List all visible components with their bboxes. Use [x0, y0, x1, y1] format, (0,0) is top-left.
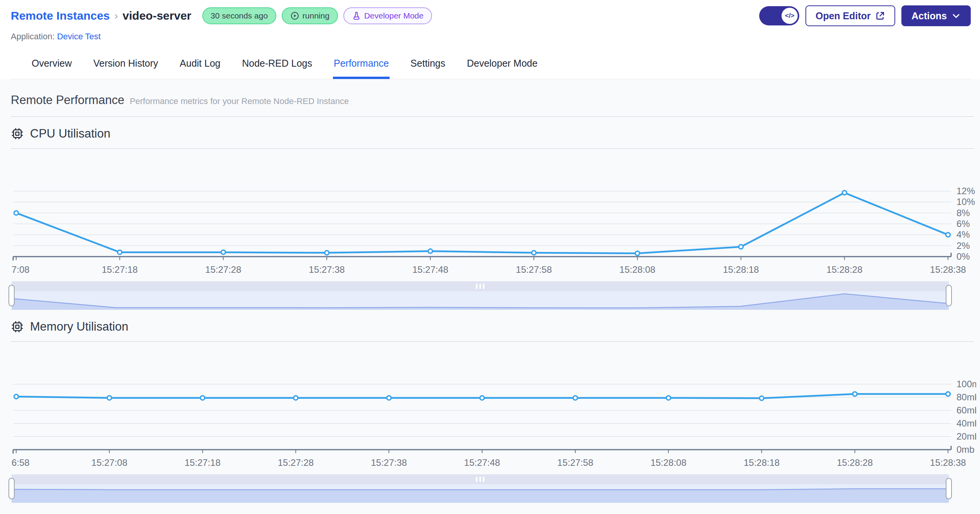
- memory-section-title: Memory Utilisation: [30, 320, 128, 334]
- tab-audit-log[interactable]: Audit Log: [179, 52, 221, 79]
- tab-node-red-logs[interactable]: Node-RED Logs: [241, 52, 313, 79]
- code-icon: </>: [782, 8, 798, 24]
- running-status-badge: running: [282, 7, 338, 24]
- svg-text:15:27:18: 15:27:18: [102, 264, 138, 275]
- memory-slider-right-handle[interactable]: [946, 478, 952, 499]
- cpu-slider-left-handle[interactable]: [8, 285, 15, 306]
- svg-text:15:27:28: 15:27:28: [205, 264, 241, 275]
- svg-text:80mb: 80mb: [956, 392, 976, 402]
- memory-slider-left-handle[interactable]: [8, 478, 15, 499]
- svg-text:15:28:38: 15:28:38: [930, 264, 966, 275]
- open-editor-button[interactable]: Open Editor: [805, 5, 895, 26]
- tab-settings[interactable]: Settings: [410, 52, 446, 79]
- application-row: Application: Device Test: [11, 32, 971, 42]
- cpu-slider-track[interactable]: [12, 281, 949, 291]
- svg-text:15:28:28: 15:28:28: [827, 264, 862, 275]
- svg-text:15:28:28: 15:28:28: [837, 457, 872, 468]
- tab-overview[interactable]: Overview: [31, 52, 72, 79]
- header: Remote Instances › video-server 30 secon…: [0, 0, 980, 79]
- cpu-section-title: CPU Utilisation: [30, 127, 110, 141]
- developer-mode-badge-label: Developer Mode: [364, 11, 424, 20]
- memory-chip-icon: [11, 320, 24, 333]
- page-subtitle: Performance metrics for your Remote Node…: [130, 96, 349, 106]
- instance-name: video-server: [123, 9, 191, 22]
- page-title: Remote Performance: [11, 93, 124, 107]
- external-link-icon: [875, 11, 885, 21]
- cpu-slider-grip[interactable]: [476, 284, 484, 289]
- svg-text:6%: 6%: [956, 218, 970, 229]
- svg-text:2%: 2%: [956, 240, 970, 251]
- actions-label: Actions: [911, 10, 947, 22]
- svg-text:15:27:38: 15:27:38: [371, 457, 407, 468]
- tab-bar: Overview Version History Audit Log Node-…: [11, 52, 971, 79]
- actions-button[interactable]: Actions: [901, 5, 971, 26]
- tab-performance[interactable]: Performance: [333, 52, 390, 79]
- svg-text:15:27:58: 15:27:58: [557, 457, 593, 468]
- svg-text:15:27:08: 15:27:08: [91, 457, 127, 468]
- application-link[interactable]: Device Test: [57, 32, 101, 41]
- cpu-slider-right-handle[interactable]: [946, 285, 952, 306]
- svg-text:6:58: 6:58: [12, 457, 30, 468]
- svg-text:7:08: 7:08: [12, 264, 30, 275]
- svg-text:15:27:58: 15:27:58: [516, 264, 552, 275]
- flask-icon: [352, 11, 361, 20]
- svg-text:15:28:18: 15:28:18: [744, 457, 780, 468]
- svg-text:8%: 8%: [956, 208, 970, 218]
- svg-text:40mb: 40mb: [956, 418, 976, 428]
- breadcrumb-remote-instances-link[interactable]: Remote Instances: [11, 9, 110, 22]
- memory-chart: 0mb20mb40mb60mb80mb100mb6:5815:27:0815:2…: [11, 342, 976, 474]
- memory-slider-track[interactable]: [12, 474, 949, 484]
- svg-text:0%: 0%: [956, 251, 970, 262]
- svg-text:10%: 10%: [956, 197, 975, 207]
- play-circle-icon: [290, 11, 299, 20]
- svg-text:0mb: 0mb: [956, 444, 975, 455]
- memory-section-header: Memory Utilisation: [11, 320, 974, 342]
- cpu-slider-minimap[interactable]: [12, 291, 949, 310]
- page: Remote Instances › video-server 30 secon…: [0, 0, 980, 514]
- memory-slider-grip[interactable]: [476, 477, 484, 482]
- svg-text:15:28:08: 15:28:08: [651, 457, 686, 468]
- memory-range-slider[interactable]: [12, 474, 949, 503]
- svg-text:15:27:18: 15:27:18: [185, 457, 220, 468]
- svg-text:100mb: 100mb: [956, 379, 976, 389]
- breadcrumb-separator: ›: [114, 10, 118, 22]
- breadcrumb: Remote Instances › video-server: [11, 9, 192, 22]
- svg-text:15:27:38: 15:27:38: [309, 264, 345, 275]
- developer-mode-toggle[interactable]: </>: [759, 6, 799, 25]
- main-content: Remote Performance Performance metrics f…: [0, 79, 980, 503]
- svg-text:4%: 4%: [956, 229, 970, 240]
- svg-text:15:27:28: 15:27:28: [278, 457, 314, 468]
- application-label: Application:: [11, 32, 55, 41]
- tab-version-history[interactable]: Version History: [92, 52, 159, 79]
- cpu-chart: 0%2%4%6%8%10%12%7:0815:27:1815:27:2815:2…: [11, 149, 976, 281]
- chevron-down-icon: [951, 11, 961, 20]
- cpu-section-header: CPU Utilisation: [11, 127, 974, 149]
- last-seen-badge: 30 seconds ago: [202, 7, 276, 24]
- svg-text:60mb: 60mb: [956, 405, 976, 415]
- svg-text:15:28:08: 15:28:08: [619, 264, 655, 275]
- cpu-chip-icon: [11, 127, 24, 140]
- svg-text:12%: 12%: [956, 186, 975, 196]
- page-header: Remote Performance Performance metrics f…: [11, 93, 974, 117]
- developer-mode-badge: Developer Mode: [343, 7, 432, 24]
- open-editor-label: Open Editor: [815, 10, 871, 22]
- last-seen-label: 30 seconds ago: [211, 11, 268, 20]
- svg-text:20mb: 20mb: [956, 431, 976, 442]
- running-status-label: running: [303, 11, 329, 20]
- tab-developer-mode[interactable]: Developer Mode: [466, 52, 538, 79]
- memory-slider-minimap[interactable]: [12, 484, 949, 503]
- svg-text:15:27:48: 15:27:48: [412, 264, 448, 275]
- svg-text:15:28:18: 15:28:18: [723, 264, 759, 275]
- status-badges: 30 seconds ago running Developer Mode: [202, 7, 432, 24]
- cpu-range-slider[interactable]: [12, 281, 949, 310]
- svg-text:15:27:48: 15:27:48: [464, 457, 500, 468]
- svg-text:15:28:38: 15:28:38: [930, 457, 966, 468]
